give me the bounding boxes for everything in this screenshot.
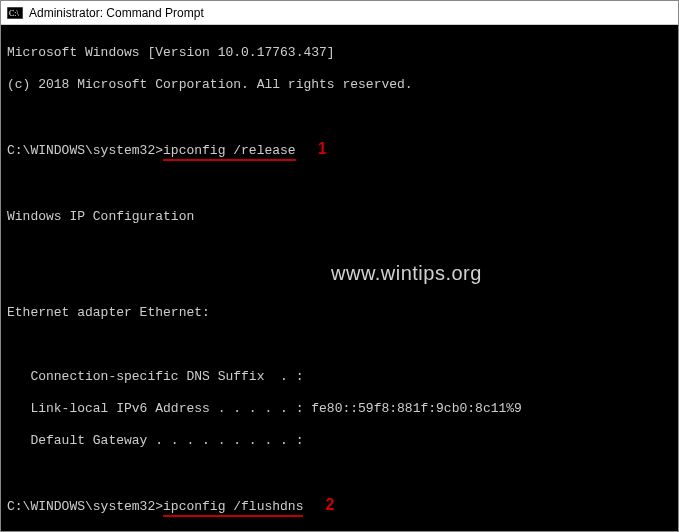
output-line: Ethernet adapter Ethernet: (7, 305, 672, 321)
prompt-line: C:\WINDOWS\system32>ipconfig /flushdns2 (7, 497, 672, 517)
output-line: Connection-specific DNS Suffix . : (7, 369, 672, 385)
titlebar[interactable]: C:\ Administrator: Command Prompt (1, 1, 678, 25)
prompt: C:\WINDOWS\system32> (7, 499, 163, 514)
command-text: ipconfig /flushdns (163, 499, 303, 517)
output-line (7, 177, 672, 193)
output-line: Windows IP Configuration (7, 209, 672, 225)
prompt: C:\WINDOWS\system32> (7, 143, 163, 158)
titlebar-text: Administrator: Command Prompt (29, 6, 204, 20)
cmd-icon: C:\ (7, 6, 23, 20)
command-prompt-window: C:\ Administrator: Command Prompt Micros… (0, 0, 679, 532)
prompt-line: C:\WINDOWS\system32>ipconfig /release1 (7, 141, 672, 161)
terminal-output[interactable]: Microsoft Windows [Version 10.0.17763.43… (1, 25, 678, 531)
output-line (7, 109, 672, 125)
annotation-number: 1 (318, 141, 327, 157)
output-line: Link-local IPv6 Address . . . . . : fe80… (7, 401, 672, 417)
output-line (7, 337, 672, 353)
output-line: Default Gateway . . . . . . . . . : (7, 433, 672, 449)
svg-text:C:\: C:\ (9, 9, 20, 18)
output-line (7, 241, 672, 257)
watermark-text: www.wintips.org (331, 265, 482, 281)
output-line (7, 465, 672, 481)
output-line: (c) 2018 Microsoft Corporation. All righ… (7, 77, 672, 93)
output-line: Microsoft Windows [Version 10.0.17763.43… (7, 45, 672, 61)
command-text: ipconfig /release (163, 143, 296, 161)
annotation-number: 2 (325, 497, 334, 513)
